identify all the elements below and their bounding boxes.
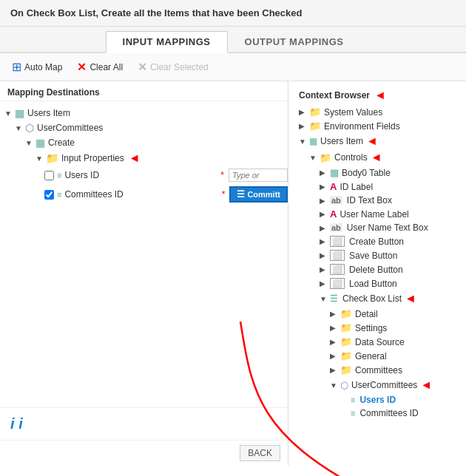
checkbox-users-id[interactable] [44, 171, 54, 180]
ctx-item-general[interactable]: ▶ 📁 General [288, 349, 466, 363]
ctx-arrow-load-button: ▶ [320, 279, 330, 288]
clearall-icon: ✕ [77, 61, 87, 74]
ctx-arrow-save-button: ▶ [320, 251, 330, 259]
ctx-arrow-environment-fields: ▶ [299, 122, 309, 130]
type-input-users-id[interactable] [229, 169, 288, 182]
tab-input-mappings[interactable]: INPUT MAPPINGS [106, 31, 228, 53]
committees-id-label: Committees ID [64, 189, 217, 200]
automap-label: Auto Map [24, 62, 62, 72]
tree-item-usercommittees[interactable]: ▼ ⬡ UserCommittees [0, 120, 288, 135]
ctx-item-users-id-child[interactable]: ≡ Users ID [288, 393, 466, 407]
expand-arrow-create: ▼ [25, 139, 36, 147]
ctx-btn-icon-create: ⬜ [330, 236, 345, 247]
ctx-ab-icon-id-textbox: ab [330, 196, 342, 205]
ctx-label-users-item: Users Item [320, 136, 363, 146]
info-icon: i [10, 415, 15, 432]
ctx-item-committees[interactable]: ▶ 📁 Committees [288, 363, 466, 377]
main-wrapper: Mapping Destinations ▼ ▦ Users Item ▼ ⬡ … [0, 81, 466, 466]
automap-button[interactable]: ⊞ Auto Map [9, 58, 65, 75]
ctx-label-id-textbox: ID Text Box [347, 195, 392, 205]
list-icon-users-id: ≡ [57, 171, 61, 180]
ctx-item-load-button[interactable]: ▶ ⬜ Load Button [288, 276, 466, 290]
tree-item-create[interactable]: ▼ ▦ Create [0, 135, 288, 150]
clearall-button[interactable]: ✕ Clear All [74, 59, 126, 75]
ctx-item-id-textbox[interactable]: ▶ ab ID Text Box [288, 194, 466, 207]
back-button[interactable]: BACK [240, 445, 280, 461]
ctx-item-body0-table[interactable]: ▶ ▦ Body0 Table [288, 166, 466, 180]
ctx-label-checkbox-list: Check Box List [342, 293, 402, 304]
ctx-arrow-usercommittees-right: ▼ [330, 381, 340, 390]
clearselected-label: Clear Selected [150, 62, 209, 72]
clearselected-button[interactable]: ✕ Clear Selected [135, 59, 212, 75]
tab-output-mappings[interactable]: OUTPUT MAPPINGS [228, 31, 361, 52]
ctx-btn-icon-load: ⬜ [330, 278, 345, 289]
ctx-A-icon-id-label: A [330, 181, 337, 192]
toolbar: ⊞ Auto Map ✕ Clear All ✕ Clear Selected [0, 53, 466, 81]
tree-item-input-properties[interactable]: ▼ 📁 Input Properties ◄ [0, 150, 288, 166]
ctx-arrow-settings: ▶ [330, 324, 340, 332]
ctx-grid-users-item: ▦ [309, 136, 317, 146]
clearselected-icon: ✕ [138, 61, 147, 74]
ctx-label-data-source: Data Source [355, 337, 405, 347]
ctx-item-settings[interactable]: ▶ 📁 Settings [288, 321, 466, 335]
usercommittees-label: UserCommittees [37, 123, 103, 133]
expand-arrow-input-properties: ▼ [36, 154, 46, 163]
ctx-arrow-create-button: ▶ [320, 237, 330, 245]
ctx-item-controls[interactable]: ▼ 📁 Controls ◄ [288, 149, 466, 166]
ctx-item-username-textbox[interactable]: ▶ ab User Name Text Box [288, 221, 466, 234]
folder-icon-input-properties: 📁 [46, 152, 58, 164]
info-area: i i [0, 407, 288, 440]
ctx-item-usercommittees-right[interactable]: ▼ ⬡ UserCommittees ◄ [288, 377, 466, 393]
left-panel: Mapping Destinations ▼ ▦ Users Item ▼ ⬡ … [0, 81, 288, 466]
ctx-controls-arrow: ◄ [371, 151, 382, 164]
ctx-arrow-controls: ▼ [309, 154, 320, 162]
ctx-list-icon-committees-id: ≡ [351, 409, 355, 418]
ctx-checkbox-list-arrow: ◄ [405, 292, 416, 305]
list-icon-committees-id: ≡ [57, 190, 61, 199]
context-browser-arrow: ◄ [374, 89, 386, 102]
ctx-label-general: General [355, 351, 387, 361]
ctx-item-data-source[interactable]: ▶ 📁 Data Source [288, 335, 466, 349]
context-browser-label: Context Browser [299, 90, 370, 101]
checkbox-committees-id[interactable] [44, 190, 54, 200]
ctx-arrow-general: ▶ [330, 352, 340, 360]
ctx-item-checkbox-list[interactable]: ▼ ☰ Check Box List ◄ [288, 290, 466, 307]
back-btn-area: BACK [0, 440, 288, 466]
ctx-item-save-button[interactable]: ▶ ⬜ Save Button [288, 248, 466, 262]
ctx-label-delete-button: Delete Button [349, 265, 403, 275]
ctx-item-create-button[interactable]: ▶ ⬜ Create Button [288, 234, 466, 248]
ctx-item-id-label[interactable]: ▶ A ID Label [288, 180, 466, 194]
tree-item-users-item[interactable]: ▼ ▦ Users Item [0, 106, 288, 120]
clearall-label: Clear All [90, 62, 123, 72]
ctx-item-delete-button[interactable]: ▶ ⬜ Delete Button [288, 262, 466, 276]
required-star-committees-id: * [222, 189, 226, 200]
tree-area: ▼ ▦ Users Item ▼ ⬡ UserCommittees ▼ ▦ Cr… [0, 101, 288, 407]
ctx-arrow-system-values: ▶ [299, 108, 309, 116]
ctx-arrow-username-label: ▶ [320, 210, 330, 218]
ctx-grid-body0-table: ▦ [330, 167, 339, 178]
ctx-label-username-textbox: User Name Text Box [347, 222, 428, 233]
ctx-A-icon-username-label: A [330, 208, 337, 220]
ctx-item-environment-fields[interactable]: ▶ 📁 Environment Fields [288, 119, 466, 133]
ctx-arrow-body0-table: ▶ [320, 169, 330, 177]
ctx-item-users-item[interactable]: ▼ ▦ Users Item ◄ [288, 133, 466, 149]
required-star-users-id: * [220, 170, 224, 180]
ctx-item-detail[interactable]: ▶ 📁 Detail [288, 307, 466, 321]
mapping-row-users-id: ≡ Users ID * [0, 166, 288, 184]
ctx-arrow-username-textbox: ▶ [320, 224, 330, 232]
list-icon-commit: ☰ [237, 189, 245, 200]
ctx-folder-environment-fields: 📁 [309, 120, 321, 132]
ctx-item-username-label[interactable]: ▶ A User Name Label [288, 207, 466, 221]
commit-value-box[interactable]: ☰ Committ [229, 186, 288, 203]
input-properties-arrow-annotation: ◄ [129, 152, 141, 165]
ctx-label-usercommittees-right: UserCommittees [351, 380, 417, 390]
ctx-label-save-button: Save Button [349, 251, 397, 261]
input-properties-label: Input Properties [61, 153, 124, 163]
ctx-ab-icon-username-textbox: ab [330, 223, 342, 232]
ctx-item-system-values[interactable]: ▶ 📁 System Values [288, 105, 466, 119]
ctx-label-body0-table: Body0 Table [342, 168, 391, 178]
ctx-arrow-committees: ▶ [330, 366, 340, 374]
ctx-label-controls: Controls [334, 152, 368, 163]
ctx-item-committees-id-child[interactable]: ≡ Committees ID [288, 407, 466, 420]
ctx-folder-controls: 📁 [320, 152, 331, 163]
